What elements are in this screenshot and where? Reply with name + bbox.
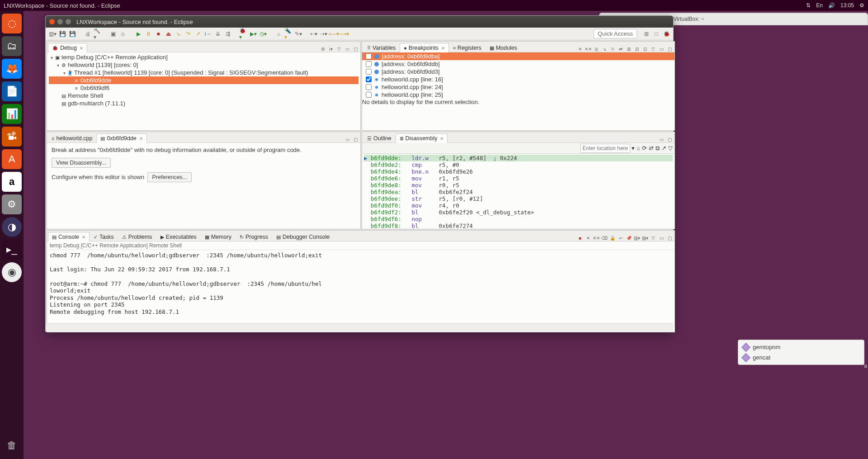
forward-icon[interactable]: ⟶▾ bbox=[340, 30, 348, 38]
view-menu-triangle-icon[interactable]: ▽ bbox=[336, 46, 342, 52]
tab-progress[interactable]: ↻Progress bbox=[236, 232, 272, 241]
tab-breakpoints[interactable]: ●Breakpoints✕ bbox=[400, 43, 449, 52]
link-icon[interactable]: ⇄ bbox=[618, 46, 624, 52]
writer-icon[interactable]: 📄 bbox=[2, 81, 22, 101]
tab-editor-addr[interactable]: ▤0xb6fd9dde✕ bbox=[96, 133, 146, 143]
step-filters-icon[interactable]: ⇶ bbox=[224, 30, 232, 38]
display-console-icon[interactable]: ▥▾ bbox=[634, 235, 640, 241]
tab-editor-hello[interactable]: chelloworld.cpp bbox=[48, 133, 96, 143]
view-menu-triangle-icon[interactable]: ▽ bbox=[650, 46, 656, 52]
tab-disassembly[interactable]: ≣Disassembly✕ bbox=[396, 133, 448, 143]
save-icon[interactable]: 💾 bbox=[58, 30, 66, 38]
show-supported-icon[interactable]: ◎ bbox=[593, 46, 599, 52]
trash-icon[interactable]: 🗑 bbox=[2, 435, 22, 455]
close-icon[interactable] bbox=[49, 19, 55, 24]
list-item[interactable]: gencat bbox=[740, 352, 862, 363]
drop-frame-icon[interactable]: ⇊ bbox=[214, 30, 222, 38]
terminate-console-icon[interactable]: ■ bbox=[577, 235, 583, 241]
maximize-view-icon[interactable]: ▢ bbox=[666, 235, 673, 241]
goto-file-icon[interactable]: ↘ bbox=[601, 46, 608, 52]
disassembly-listing[interactable]: ▶ b6fd9dde: ldr.w r5, [r2, #548] ; 0x224… bbox=[362, 154, 675, 229]
location-input[interactable] bbox=[580, 144, 630, 153]
debug-icon[interactable]: 🐞▾ bbox=[239, 30, 247, 38]
bp-checkbox[interactable] bbox=[366, 69, 372, 75]
prev-annotation-icon[interactable]: ⇠▾ bbox=[310, 30, 318, 38]
collapse-icon[interactable]: ⊟ bbox=[634, 46, 640, 52]
console-output[interactable]: chmod 777 /home/ubuntu/helloworld;gdbser… bbox=[47, 250, 675, 332]
disconnect-icon[interactable]: ⏏ bbox=[164, 30, 172, 38]
open-type-icon[interactable]: ⌕ bbox=[274, 30, 283, 38]
print-icon[interactable]: 🖨 bbox=[84, 30, 92, 38]
disc-icon[interactable]: ◉ bbox=[2, 262, 22, 282]
step-into-icon[interactable]: ↘ bbox=[174, 30, 182, 38]
bp-checkbox[interactable] bbox=[366, 61, 372, 67]
minimize-view-icon[interactable]: ▭ bbox=[344, 136, 350, 142]
sound-icon[interactable]: 🔊 bbox=[828, 2, 835, 9]
clear-console-icon[interactable]: ⌫ bbox=[601, 235, 608, 241]
debug-perspective-icon[interactable]: 🐞 bbox=[662, 30, 670, 38]
close-icon[interactable]: ✕ bbox=[440, 136, 443, 141]
tree-item[interactable]: Remote Shell bbox=[68, 92, 103, 99]
perspective-icon[interactable]: ▣ bbox=[109, 30, 117, 38]
scroll-lock-icon[interactable]: 🔒 bbox=[609, 235, 616, 241]
bp-checkbox[interactable] bbox=[366, 84, 372, 90]
breakpoint-row[interactable]: helloworld.cpp [line: 24] bbox=[362, 83, 675, 91]
tab-debugger-console[interactable]: ▤Debugger Console bbox=[272, 232, 334, 241]
maximize-view-icon[interactable]: ▢ bbox=[666, 136, 673, 142]
goto-icon[interactable]: ↗ bbox=[661, 145, 666, 151]
open-console-icon[interactable]: ▤▾ bbox=[642, 235, 648, 241]
breakpoint-row[interactable]: helloworld.cpp [line: 25] bbox=[362, 91, 675, 99]
back-icon[interactable]: ⟵▾ bbox=[330, 30, 338, 38]
view-disassembly-button[interactable]: View Disassembly... bbox=[52, 158, 111, 168]
maximize-view-icon[interactable]: ▢ bbox=[666, 46, 673, 52]
breakpoint-row[interactable]: [address: 0xb6fd9dba] bbox=[362, 52, 675, 60]
close-icon[interactable]: ✕ bbox=[139, 136, 143, 141]
step-return-icon[interactable]: ↗ bbox=[194, 30, 202, 38]
skip-all-icon[interactable]: ⦸ bbox=[609, 46, 616, 52]
bp-checkbox[interactable] bbox=[366, 53, 372, 59]
debug-tree[interactable]: ▾▣temp Debug [C/C++ Remote Application] … bbox=[47, 52, 360, 130]
breakpoint-row[interactable]: helloworld.cpp [line: 16] bbox=[362, 76, 675, 83]
location-dropdown-icon[interactable]: ▾ bbox=[632, 145, 635, 151]
tree-item[interactable]: gdb-multiarch (7.11.1) bbox=[68, 100, 125, 107]
close-icon[interactable]: ✕ bbox=[82, 235, 85, 240]
gear-icon[interactable]: ⚙ bbox=[859, 2, 864, 9]
build-icon[interactable]: 🔨▾ bbox=[94, 30, 102, 38]
tree-item[interactable]: temp Debug [C/C++ Remote Application] bbox=[61, 54, 168, 61]
tab-executables[interactable]: ▶Executables bbox=[156, 232, 201, 241]
tab-tasks[interactable]: ✓Tasks bbox=[90, 232, 118, 241]
instruction-step-icon[interactable]: i→ bbox=[204, 30, 212, 38]
terminate-icon[interactable]: ■ bbox=[154, 30, 162, 38]
open-perspective-icon[interactable]: ⊞ bbox=[642, 30, 651, 38]
tab-modules[interactable]: ▦Modules bbox=[486, 43, 521, 52]
next-annotation-icon[interactable]: ⇢▾ bbox=[320, 30, 328, 38]
copy-icon[interactable]: ⧉ bbox=[656, 145, 660, 152]
impress-icon[interactable]: 📽 bbox=[2, 127, 22, 147]
pin-console-icon[interactable]: 📌 bbox=[626, 235, 632, 241]
terminal-icon[interactable]: ▸_ bbox=[2, 240, 22, 260]
maximize-icon[interactable] bbox=[66, 19, 71, 24]
keyboard-indicator[interactable]: En bbox=[816, 2, 823, 9]
skip-bp-icon[interactable]: ⦸ bbox=[119, 30, 127, 38]
minimize-view-icon[interactable]: ▭ bbox=[658, 46, 665, 52]
resume-icon[interactable]: ▶ bbox=[134, 30, 142, 38]
remove-all-icon[interactable]: ✕✕ bbox=[585, 46, 591, 52]
amazon-icon[interactable]: a bbox=[2, 172, 22, 192]
dash-icon[interactable]: ◌ bbox=[2, 14, 22, 33]
run-icon[interactable]: ▶▾ bbox=[249, 30, 257, 38]
word-wrap-icon[interactable]: ↩ bbox=[618, 235, 624, 241]
search-icon[interactable]: 🔦▾ bbox=[284, 30, 292, 38]
cpp-perspective-icon[interactable]: □ bbox=[652, 30, 660, 38]
calc-icon[interactable]: 📊 bbox=[2, 104, 22, 124]
refresh-icon[interactable]: ⟳ bbox=[642, 145, 647, 151]
debug-dropdown-icon[interactable]: i▾ bbox=[328, 46, 334, 52]
firefox-icon[interactable]: 🦊 bbox=[2, 59, 22, 79]
network-icon[interactable]: ⇅ bbox=[806, 2, 811, 9]
bp-checkbox[interactable] bbox=[366, 76, 372, 82]
software-icon[interactable]: A bbox=[2, 149, 22, 169]
maximize-view-icon[interactable]: ▢ bbox=[352, 136, 359, 142]
new-icon[interactable]: ▥▾ bbox=[48, 30, 57, 38]
menu-icon[interactable]: ⊡ bbox=[642, 46, 648, 52]
eclipse-icon[interactable]: ◑ bbox=[2, 217, 22, 237]
toggle-mark-icon[interactable]: ✎▾ bbox=[294, 30, 302, 38]
